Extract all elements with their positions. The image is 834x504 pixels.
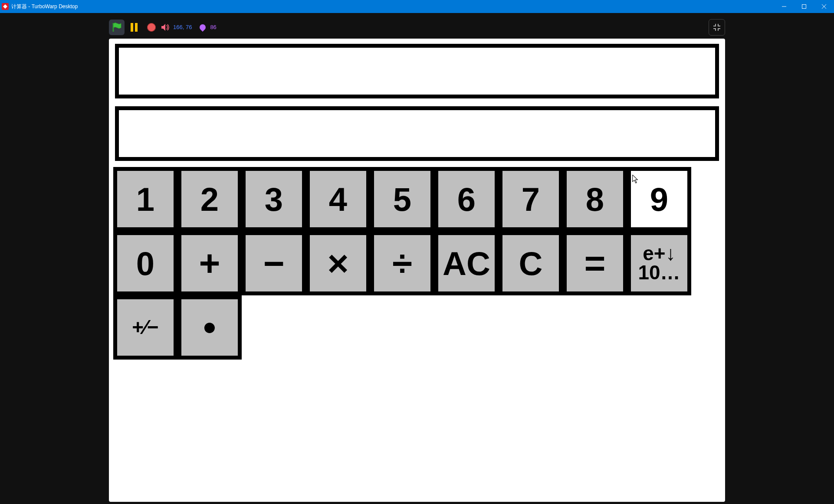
app-icon [2, 3, 9, 10]
calc-display-secondary [115, 106, 719, 161]
stage[interactable]: 1234567890+−×÷ACC=e+↓ 10…+∕−• [109, 39, 725, 502]
key-5[interactable]: 5 [370, 167, 434, 231]
key-8[interactable]: 8 [563, 167, 627, 231]
key-plus[interactable]: + [177, 231, 242, 295]
stop-button[interactable] [144, 20, 159, 35]
fullscreen-toggle-button[interactable] [709, 19, 725, 36]
key-equals[interactable]: = [563, 231, 627, 295]
key-plusminus[interactable]: +∕− [113, 295, 177, 360]
mouse-coords: 166, 76 [173, 24, 192, 30]
window-title: 计算器 - TurboWarp Desktop [11, 3, 78, 10]
key-divide[interactable]: ÷ [370, 231, 434, 295]
key-1[interactable]: 1 [113, 167, 177, 231]
pause-button[interactable] [126, 20, 142, 35]
calc-keypad: 1234567890+−×÷ACC=e+↓ 10…+∕−• [113, 167, 695, 360]
key-4[interactable]: 4 [306, 167, 370, 231]
sound-icon[interactable] [161, 23, 170, 31]
key-9[interactable]: 9 [627, 167, 691, 231]
fps-value: 86 [210, 24, 216, 30]
window-minimize-button[interactable] [774, 0, 794, 13]
green-flag-button[interactable] [109, 20, 125, 35]
fullscreen-exit-icon [713, 23, 721, 32]
calc-display-primary [115, 44, 719, 98]
key-3[interactable]: 3 [242, 167, 306, 231]
stage-toolbar: 166, 76 86 [109, 17, 725, 37]
svg-rect-1 [802, 5, 806, 9]
window-titlebar: 计算器 - TurboWarp Desktop [0, 0, 834, 13]
app-body: 166, 76 86 1234567890+−×÷ACC=e+↓ 10…+∕−• [0, 13, 834, 504]
stop-icon [147, 23, 156, 32]
key-6[interactable]: 6 [434, 167, 499, 231]
window-maximize-button[interactable] [794, 0, 814, 13]
fps-icon [198, 23, 207, 32]
key-0[interactable]: 0 [113, 231, 177, 295]
key-minus[interactable]: − [242, 231, 306, 295]
key-dot[interactable]: • [177, 295, 242, 360]
key-ac[interactable]: AC [434, 231, 499, 295]
window-close-button[interactable] [814, 0, 834, 13]
key-sci[interactable]: e+↓ 10… [627, 231, 691, 295]
svg-rect-4 [131, 23, 133, 32]
green-flag-icon [112, 22, 121, 33]
key-7[interactable]: 7 [499, 167, 563, 231]
pause-icon [130, 23, 138, 32]
key-2[interactable]: 2 [177, 167, 242, 231]
key-c[interactable]: C [499, 231, 563, 295]
svg-rect-5 [135, 23, 138, 32]
key-multiply[interactable]: × [306, 231, 370, 295]
